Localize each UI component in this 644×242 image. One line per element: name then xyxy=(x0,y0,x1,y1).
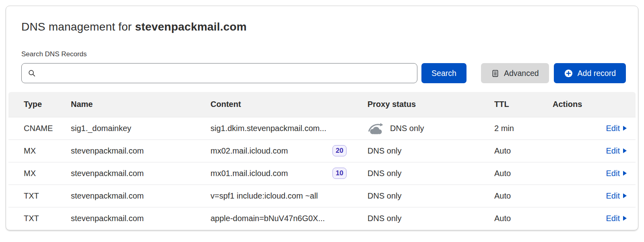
record-type: CNAME xyxy=(8,117,71,139)
record-name: stevenpackmail.com xyxy=(71,162,211,185)
search-toolbar: Search Advanced Add record xyxy=(17,63,627,83)
table-row: TXT stevenpackmail.com apple-domain=bNuV… xyxy=(8,207,636,230)
proxy-status-cell: DNS only xyxy=(367,162,494,185)
caret-right-icon xyxy=(623,148,627,153)
record-content-cell: mx01.mail.icloud.com 10 xyxy=(211,162,367,185)
record-content-text: v=spf1 include:icloud.com ~all xyxy=(211,191,318,201)
proxy-status-cell: DNS only xyxy=(367,117,494,139)
table-header-row: Type Name Content Proxy status TTL Actio… xyxy=(8,92,636,117)
record-type: TXT xyxy=(8,207,71,230)
edit-button[interactable]: Edit xyxy=(606,191,627,201)
column-header-proxy-status: Proxy status xyxy=(367,92,494,117)
dns-management-card: DNS management for stevenpackmail.com Se… xyxy=(6,6,638,230)
record-content-cell: apple-domain=bNuV47n6G0X... xyxy=(211,207,367,230)
edit-button[interactable]: Edit xyxy=(606,169,627,178)
record-actions-cell: Edit xyxy=(553,139,636,162)
add-record-button[interactable]: Add record xyxy=(554,63,626,83)
record-content-text: apple-domain=bNuV47n6G0X... xyxy=(211,214,325,223)
caret-right-icon xyxy=(623,126,627,131)
search-input-container[interactable] xyxy=(21,63,417,83)
record-name: sig1._domainkey xyxy=(71,117,211,139)
column-header-type: Type xyxy=(8,92,71,117)
record-type: MX xyxy=(8,139,71,162)
edit-button-label: Edit xyxy=(606,124,620,133)
table-row: CNAME sig1._domainkey sig1.dkim.stevenpa… xyxy=(8,117,636,139)
edit-button[interactable]: Edit xyxy=(606,214,627,223)
priority-badge: 10 xyxy=(332,168,347,179)
proxy-status-cell: DNS only xyxy=(367,207,494,230)
page-title: DNS management for stevenpackmail.com xyxy=(17,6,627,33)
proxy-status-text: DNS only xyxy=(367,191,401,201)
column-header-actions: Actions xyxy=(553,92,636,117)
plus-circle-icon xyxy=(564,69,573,78)
record-name: stevenpackmail.com xyxy=(71,207,211,230)
record-content-text: sig1.dkim.stevenpackmail.com... xyxy=(211,124,326,133)
dns-table-body: CNAME sig1._domainkey sig1.dkim.stevenpa… xyxy=(8,117,636,230)
record-ttl: Auto xyxy=(494,139,553,162)
record-type: TXT xyxy=(8,185,71,207)
record-actions-cell: Edit xyxy=(553,162,636,185)
edit-button[interactable]: Edit xyxy=(606,124,627,133)
proxy-status-cell: DNS only xyxy=(367,185,494,207)
table-row: TXT stevenpackmail.com v=spf1 include:ic… xyxy=(8,185,636,207)
proxy-status-text: DNS only xyxy=(367,146,401,156)
advanced-button-label: Advanced xyxy=(504,69,539,78)
search-input[interactable] xyxy=(40,69,411,78)
dns-only-cloud-icon xyxy=(367,122,384,135)
record-ttl: Auto xyxy=(494,185,553,207)
advanced-list-icon xyxy=(491,69,500,78)
edit-button-label: Edit xyxy=(606,191,620,201)
column-header-name: Name xyxy=(71,92,211,117)
proxy-status-text: DNS only xyxy=(390,124,424,133)
search-button[interactable]: Search xyxy=(421,63,466,83)
search-label: Search DNS Records xyxy=(17,50,627,58)
edit-button-label: Edit xyxy=(606,146,620,156)
search-icon xyxy=(27,69,36,78)
record-actions-cell: Edit xyxy=(553,207,636,230)
column-header-ttl: TTL xyxy=(494,92,553,117)
caret-right-icon xyxy=(623,171,627,176)
edit-button-label: Edit xyxy=(606,214,620,223)
record-content-text: mx02.mail.icloud.com xyxy=(211,146,288,156)
record-ttl: Auto xyxy=(494,162,553,185)
record-content-text: mx01.mail.icloud.com xyxy=(211,169,288,178)
record-ttl: Auto xyxy=(494,207,553,230)
edit-button-label: Edit xyxy=(606,169,620,178)
record-content-cell: v=spf1 include:icloud.com ~all xyxy=(211,185,367,207)
column-header-content: Content xyxy=(211,92,367,117)
caret-right-icon xyxy=(623,193,627,198)
record-name: stevenpackmail.com xyxy=(71,185,211,207)
page-title-domain: stevenpackmail.com xyxy=(135,21,247,33)
add-record-button-label: Add record xyxy=(578,69,616,78)
advanced-button[interactable]: Advanced xyxy=(481,63,549,83)
proxy-status-text: DNS only xyxy=(367,214,401,223)
table-row: MX stevenpackmail.com mx01.mail.icloud.c… xyxy=(8,162,636,185)
record-content-cell: mx02.mail.icloud.com 20 xyxy=(211,139,367,162)
record-actions-cell: Edit xyxy=(553,185,636,207)
table-row: MX stevenpackmail.com mx02.mail.icloud.c… xyxy=(8,139,636,162)
page-title-prefix: DNS management for xyxy=(21,21,135,33)
record-content-cell: sig1.dkim.stevenpackmail.com... xyxy=(211,117,367,139)
edit-button[interactable]: Edit xyxy=(606,146,627,156)
record-ttl: 2 min xyxy=(494,117,553,139)
record-name: stevenpackmail.com xyxy=(71,139,211,162)
dns-records-table: Type Name Content Proxy status TTL Actio… xyxy=(8,92,636,230)
dns-header-section: DNS management for stevenpackmail.com Se… xyxy=(6,6,638,83)
record-actions-cell: Edit xyxy=(553,117,636,139)
priority-badge: 20 xyxy=(332,145,347,156)
proxy-status-text: DNS only xyxy=(367,169,401,178)
proxy-status-cell: DNS only xyxy=(367,139,494,162)
record-type: MX xyxy=(8,162,71,185)
caret-right-icon xyxy=(623,216,627,221)
